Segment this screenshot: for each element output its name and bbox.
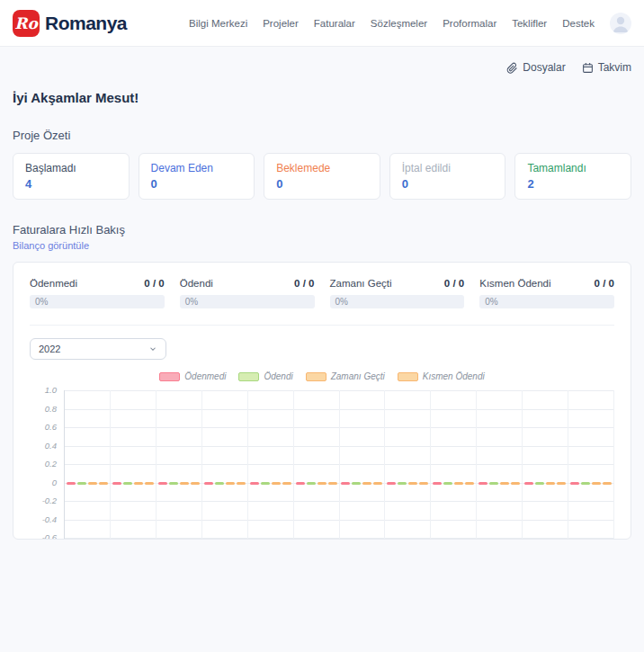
card-label: Tamamlandı	[527, 162, 619, 174]
bar-3	[226, 482, 235, 485]
zero-value-bars	[202, 482, 247, 485]
nav-item-faturalar[interactable]: Faturalar	[314, 18, 355, 29]
y-axis-tick: 0	[52, 478, 57, 488]
bar-1	[479, 482, 487, 485]
legend-item[interactable]: Ödendi	[238, 371, 292, 381]
zero-value-bars	[157, 482, 201, 485]
stat-progressbar: 0%	[330, 295, 465, 308]
chevron-down-icon	[148, 344, 157, 353]
legend-swatch-icon	[306, 372, 326, 381]
chart-month-column	[431, 390, 477, 540]
calendar-button[interactable]: Takvim	[582, 61, 631, 74]
bar-1	[250, 482, 259, 485]
bar-2	[443, 482, 452, 485]
zero-value-bars	[65, 482, 110, 485]
paperclip-icon	[506, 62, 518, 74]
bar-2	[352, 482, 361, 485]
card-divider	[30, 325, 614, 326]
y-axis-tick: 0.4	[45, 441, 57, 451]
chart-month-column	[477, 390, 523, 540]
card-label: Devam Eden	[151, 162, 243, 174]
bar-2	[398, 482, 407, 485]
nav-item-destek[interactable]: Destek	[562, 18, 595, 29]
bar-4	[191, 482, 200, 485]
stat-ratio: 0 / 0	[595, 278, 614, 289]
bar-2	[123, 482, 132, 485]
bar-3	[88, 482, 97, 485]
year-select-value: 2022	[39, 344, 60, 354]
bar-1	[524, 482, 533, 485]
top-navbar: Ro Romanya Bilgi Merkezi Projeler Fatura…	[0, 0, 644, 47]
bar-4	[465, 482, 474, 485]
y-axis-tick: 0.8	[45, 404, 57, 415]
y-axis-tick: 1.0	[45, 385, 57, 396]
bar-4	[511, 482, 520, 485]
bar-1	[296, 482, 305, 485]
user-avatar[interactable]	[610, 13, 631, 34]
bar-3	[180, 482, 189, 485]
bar-3	[500, 482, 509, 485]
stat-odendi: Ödendi 0 / 0 0%	[180, 278, 315, 308]
files-label: Dosyalar	[523, 61, 565, 74]
card-label: Başlamadı	[25, 162, 117, 174]
chart-month-column	[202, 390, 248, 540]
invoice-stats: Ödenmedi 0 / 0 0% Ödendi 0 / 0 0% Zamanı…	[30, 278, 614, 308]
bar-4	[282, 482, 291, 485]
card-count: 4	[25, 177, 117, 191]
chart-y-axis: 1.00.80.60.40.20-0.2-0.4-0.6-0.8	[30, 390, 64, 540]
chart-month-column	[385, 390, 431, 540]
legend-item[interactable]: Zamanı Geçti	[306, 371, 385, 381]
nav-item-projeler[interactable]: Projeler	[263, 18, 299, 29]
card-label: Beklemede	[276, 162, 368, 174]
bar-3	[408, 482, 417, 485]
stat-kismen-odendi: Kısmen Ödendi 0 / 0 0%	[479, 278, 614, 308]
chart-month-column	[523, 390, 568, 540]
chart-plot	[64, 390, 614, 540]
zero-value-bars	[385, 482, 430, 485]
bar-2	[535, 482, 544, 485]
bar-2	[581, 482, 590, 485]
zero-value-bars	[431, 482, 476, 485]
card-devam-eden: Devam Eden 0	[139, 153, 255, 200]
page-toolbar: Dosyalar Takvim	[13, 47, 631, 86]
bar-4	[237, 482, 246, 485]
zero-value-bars	[477, 482, 522, 485]
zero-value-bars	[568, 482, 613, 485]
bar-2	[77, 482, 86, 485]
nav-item-sozlesmeler[interactable]: Sözleşmeler	[371, 18, 427, 29]
chart-month-column	[294, 390, 340, 540]
bar-3	[546, 482, 555, 485]
bar-3	[454, 482, 463, 485]
stat-label: Zamanı Geçti	[330, 278, 392, 289]
bar-4	[99, 482, 108, 485]
legend-label: Ödenmedi	[184, 371, 226, 381]
stat-progressbar: 0%	[180, 295, 315, 308]
zero-value-bars	[111, 482, 156, 485]
nav-item-teklifler[interactable]: Teklifler	[512, 18, 547, 29]
files-button[interactable]: Dosyalar	[506, 61, 565, 74]
year-select[interactable]: 2022	[30, 338, 166, 360]
brand-logo[interactable]: Ro Romanya	[13, 10, 127, 37]
stat-label: Ödendi	[180, 278, 213, 289]
y-axis-tick: -0.4	[42, 514, 57, 525]
zero-value-bars	[340, 482, 385, 485]
logo-monogram-icon: Ro	[13, 10, 40, 37]
chart-month-column	[248, 390, 294, 540]
card-count: 0	[402, 177, 494, 191]
bar-4	[603, 482, 612, 485]
legend-label: Ödendi	[264, 371, 292, 381]
chart-body: 1.00.80.60.40.20-0.2-0.4-0.6-0.8	[30, 390, 614, 540]
y-axis-tick: -0.6	[42, 532, 57, 540]
card-iptal-edildi: İptal edildi 0	[389, 153, 506, 200]
stat-progressbar: 0%	[30, 295, 165, 308]
card-tamamlandi: Tamamlandı 2	[514, 153, 631, 200]
nav-item-bilgi-merkezi[interactable]: Bilgi Merkezi	[189, 18, 247, 29]
legend-swatch-icon	[238, 372, 259, 381]
bar-1	[67, 482, 76, 485]
nav-item-proformalar[interactable]: Proformalar	[443, 18, 496, 29]
balance-link[interactable]: Bilanço görüntüle	[13, 240, 89, 251]
bar-1	[570, 482, 579, 485]
calendar-icon	[582, 62, 594, 74]
legend-item[interactable]: Ödenmedi	[159, 371, 226, 381]
legend-item[interactable]: Kısmen Ödendi	[398, 371, 485, 381]
